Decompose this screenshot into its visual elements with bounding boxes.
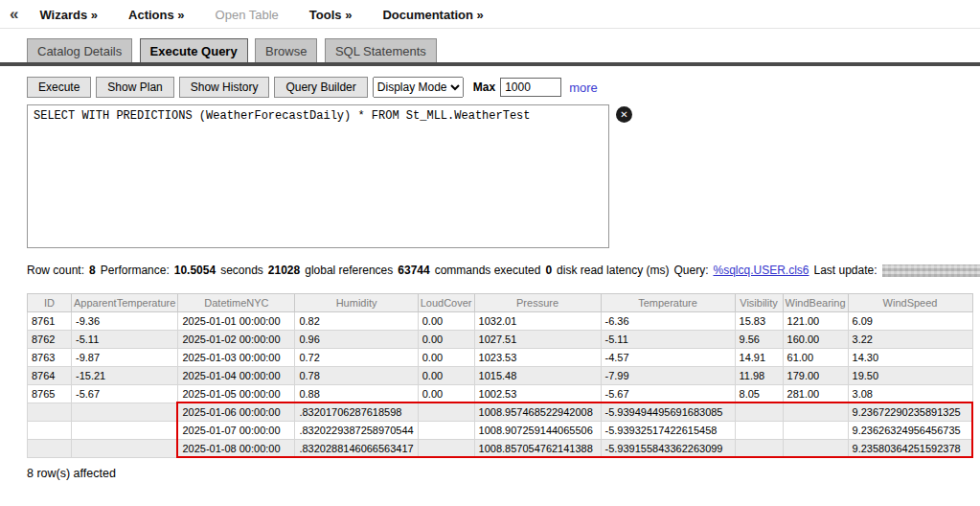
result-cell: 1008.907259144065506 [474,422,601,440]
result-cell [28,403,72,422]
query-toolbar: Execute Show Plan Show History Query Bui… [27,77,980,98]
result-cell: 9.23672290235891325 [848,403,972,422]
result-cell: 1032.01 [474,312,601,331]
result-cell [783,440,848,458]
result-cell [735,403,783,422]
global-references-value: 21028 [268,264,300,277]
query-class-link[interactable]: %sqlcq.USER.cls6 [713,264,809,277]
result-cell: 19.50 [848,367,972,385]
result-cell: -5.11 [72,331,178,349]
column-header-windbearing[interactable]: WindBearing [783,294,848,312]
column-header-temperature[interactable]: Temperature [601,294,735,312]
result-cell: 1008.957468522942008 [474,403,601,422]
result-cell: -5.67 [601,385,735,403]
tab-sql-statements[interactable]: SQL Statements [325,38,437,62]
result-row: 8765-5.672025-01-05 00:00:000.880.001002… [28,385,973,403]
column-header-pressure[interactable]: Pressure [474,294,601,312]
result-cell: 8763 [28,349,72,367]
result-cell: 1023.53 [474,349,601,367]
result-row: 8764-15.212025-01-04 00:00:000.780.00101… [28,367,973,385]
result-cell: 2025-01-07 00:00:00 [178,422,295,440]
menu-bar: « Wizards » Actions » Open Table Tools »… [0,0,980,29]
result-cell: 160.00 [783,331,848,349]
result-cell: 15.83 [735,312,783,331]
display-mode-select[interactable]: Display Mode [373,77,464,98]
column-header-humidity[interactable]: Humidity [295,294,418,312]
column-header-loudcover[interactable]: LoudCover [418,294,474,312]
menu-tools[interactable]: Tools » [309,8,353,22]
result-cell: 8765 [28,385,72,403]
result-cell: 281.00 [783,385,848,403]
result-cell: -6.36 [601,312,735,331]
last-update-redacted [882,264,980,277]
result-cell [735,440,783,458]
show-history-button[interactable]: Show History [179,77,270,98]
result-cell: 0.00 [418,349,474,367]
performance-label: Performance: [101,264,170,277]
result-cell: 2025-01-01 00:00:00 [178,312,295,331]
query-input[interactable]: SELECT WITH PREDICTIONS (WeatherForecast… [27,104,609,248]
result-cell: 11.98 [735,367,783,385]
menu-actions[interactable]: Actions » [128,8,185,22]
column-header-datetimenyc[interactable]: DatetimeNYC [178,294,295,312]
query-label: Query: [673,264,708,277]
result-cell: -5.93932517422615458 [601,422,735,440]
column-header-apparenttemperature[interactable]: ApparentTemperature [72,294,178,312]
result-cell: 8764 [28,367,72,385]
menu-wizards[interactable]: Wizards » [39,8,98,22]
max-label: Max [473,80,495,94]
result-cell: 2025-01-03 00:00:00 [178,349,295,367]
result-cell [72,422,178,440]
last-update-label: Last update: [814,264,877,277]
execute-button[interactable]: Execute [27,77,91,98]
tab-execute-query[interactable]: Execute Query [140,38,248,62]
result-cell: 121.00 [783,312,848,331]
column-header-windspeed[interactable]: WindSpeed [848,294,972,312]
result-cell: 0.00 [418,331,474,349]
performance-unit: seconds [220,264,263,277]
result-cell: 61.00 [783,349,848,367]
result-cell: 0.88 [295,385,418,403]
result-cell [72,440,178,458]
result-cell: 1002.53 [474,385,601,403]
max-input[interactable] [500,78,561,97]
tab-browse[interactable]: Browse [255,38,317,62]
column-header-id[interactable]: ID [28,294,72,312]
query-builder-button[interactable]: Query Builder [274,77,367,98]
show-plan-button[interactable]: Show Plan [96,77,173,98]
result-cell: 0.00 [418,367,474,385]
results-area: IDApparentTemperatureDatetimeNYCHumidity… [27,293,980,458]
result-cell [735,422,783,440]
result-cell: 2025-01-06 00:00:00 [178,403,295,422]
result-cell: -9.36 [72,312,178,331]
rows-affected-text: 8 row(s) affected [27,467,980,480]
clear-query-icon[interactable]: ✕ [616,106,632,123]
result-cell: -7.99 [601,367,735,385]
result-cell: 9.56 [735,331,783,349]
result-cell: -9.87 [72,349,178,367]
result-cell: 8762 [28,331,72,349]
collapse-icon[interactable]: « [10,7,18,22]
result-cell: 6.09 [848,312,972,331]
query-area: SELECT WITH PREDICTIONS (WeatherForecast… [27,104,609,252]
result-cell: 1008.857054762141388 [474,440,601,458]
menu-documentation[interactable]: Documentation » [382,8,483,22]
result-row: 8762-5.112025-01-02 00:00:000.960.001027… [28,331,973,349]
result-cell: 0.00 [418,385,474,403]
result-cell: 0.00 [418,312,474,331]
result-cell [418,440,474,458]
result-cell: 0.78 [295,367,418,385]
result-cell [28,440,72,458]
tab-catalog-details[interactable]: Catalog Details [27,38,132,62]
results-table: IDApparentTemperatureDatetimeNYCHumidity… [27,293,973,458]
more-link[interactable]: more [569,80,598,95]
column-header-visibility[interactable]: Visibility [735,294,783,312]
result-cell: .8320288146066563417 [295,440,418,458]
result-cell: -5.939155843362263099 [601,440,735,458]
result-cell: -5.939494495691683085 [601,403,735,422]
result-row: 2025-01-07 00:00:00.83202293872589705441… [28,422,973,440]
result-cell: 9.23626324956456735 [848,422,972,440]
result-cell: 2025-01-05 00:00:00 [178,385,295,403]
result-cell: 2025-01-04 00:00:00 [178,367,295,385]
result-cell [72,403,178,422]
